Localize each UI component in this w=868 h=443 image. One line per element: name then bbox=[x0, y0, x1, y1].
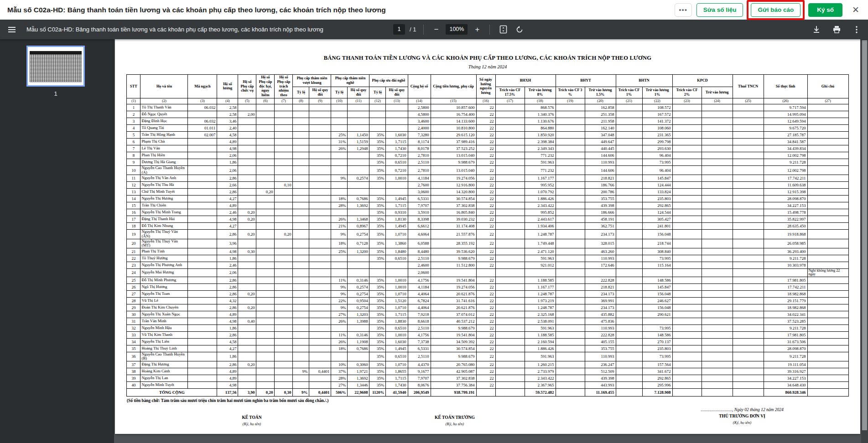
table-cell bbox=[702, 131, 733, 138]
table-cell: 292.865 bbox=[642, 375, 672, 382]
table-cell bbox=[672, 318, 702, 325]
kebab-menu-icon[interactable] bbox=[851, 24, 863, 36]
table-cell: 108.060 bbox=[642, 124, 672, 131]
table-cell: 1,0710 bbox=[386, 290, 408, 297]
col-number: (14) bbox=[408, 98, 431, 104]
table-cell: 35% bbox=[369, 375, 386, 382]
table-cell: Nguyễn Mai Hương bbox=[140, 268, 188, 277]
table-cell: 26% bbox=[331, 216, 348, 223]
table-cell bbox=[672, 182, 702, 189]
table-cell: 14.133.600 bbox=[431, 118, 476, 124]
page-thumbnail[interactable] bbox=[26, 46, 85, 87]
table-cell bbox=[556, 297, 585, 304]
table-cell: 35% bbox=[369, 338, 386, 345]
table-cell bbox=[616, 124, 642, 131]
menu-icon[interactable] bbox=[3, 20, 21, 39]
table-cell: 1.167.177 bbox=[525, 283, 556, 290]
table-cell: 222.828 bbox=[585, 331, 616, 338]
table-cell: 435.882 bbox=[585, 311, 616, 318]
zoom-in-icon[interactable]: + bbox=[472, 25, 482, 34]
table-cell bbox=[275, 118, 293, 124]
table-cell: 12.002.798 bbox=[764, 165, 807, 175]
more-options-button[interactable]: ••• bbox=[675, 3, 692, 17]
table-cell: 1,0010 bbox=[386, 277, 408, 283]
table-cell bbox=[807, 165, 848, 175]
table-cell: Chử Thị Minh Tuyết bbox=[140, 189, 188, 196]
pdf-doc-title: Mẫu số C02a-HD: Bảng thanh toán tiền lươ… bbox=[26, 26, 323, 33]
table-cell: 234.173 bbox=[585, 290, 616, 297]
fit-to-page-icon[interactable] bbox=[497, 24, 509, 36]
table-cell bbox=[188, 283, 217, 290]
table-cell bbox=[238, 331, 256, 338]
col-number: (13) bbox=[386, 98, 408, 104]
table-cell bbox=[238, 145, 256, 152]
table-cell: 2.398.384 bbox=[525, 138, 556, 145]
table-cell: 463.260 bbox=[585, 248, 616, 255]
table-cell: 34.439.834 bbox=[764, 145, 807, 152]
table-cell: 37% bbox=[331, 368, 348, 375]
table-cell bbox=[556, 223, 585, 230]
table-cell bbox=[188, 338, 217, 345]
table-cell: 18.982.868 bbox=[764, 290, 807, 297]
table-cell bbox=[807, 311, 848, 318]
table-cell: 475.836 bbox=[585, 318, 616, 325]
table-cell bbox=[495, 165, 525, 175]
rotate-icon[interactable] bbox=[514, 24, 525, 36]
table-cell: 4,98 bbox=[217, 318, 238, 325]
table-cell: 458.191 bbox=[585, 216, 616, 223]
table-cell bbox=[616, 230, 642, 239]
table-cell bbox=[807, 338, 848, 345]
table-cell: 1,86 bbox=[217, 352, 238, 361]
table-cell bbox=[616, 277, 642, 283]
table-cell bbox=[275, 268, 293, 277]
table-cell bbox=[495, 352, 525, 361]
table-cell: 18% bbox=[331, 196, 348, 202]
table-cell: 9.988.679 bbox=[431, 325, 476, 331]
table-cell bbox=[293, 196, 309, 202]
table-cell: 1.248.787 bbox=[525, 304, 556, 311]
table-cell bbox=[556, 175, 585, 182]
table-cell: 3,4600 bbox=[408, 118, 431, 124]
send-report-button[interactable]: Gửi báo cáo bbox=[751, 3, 800, 17]
table-row: 20Nguyễn Thị Thuý Vân (MT)3,9618%0,71283… bbox=[127, 239, 848, 248]
table-cell bbox=[672, 230, 702, 239]
table-cell: 96.404 bbox=[642, 165, 672, 175]
table-row: 37Đặng Thị Hương2,860,2010%0,306035%1,07… bbox=[127, 361, 848, 368]
vertical-scrollbar[interactable] bbox=[861, 39, 868, 443]
page-number-input[interactable]: 1 bbox=[393, 24, 405, 35]
table-cell bbox=[238, 255, 256, 262]
table-cell bbox=[238, 131, 256, 138]
table-cell bbox=[733, 262, 764, 268]
table-cell: 17.981.805 bbox=[764, 331, 807, 338]
table-cell: 218.744 bbox=[642, 239, 672, 248]
table-cell: 35% bbox=[369, 209, 386, 216]
table-cell: 96.404 bbox=[642, 152, 672, 159]
table-row: 31Trần Văn Minh4,980,4026%1,398835%1,883… bbox=[127, 318, 848, 325]
digital-sign-button[interactable]: Ký số bbox=[808, 3, 842, 17]
table-cell bbox=[293, 361, 309, 368]
table-row: 14Nguyễn Thị Hương4,2718%0,768635%1,4945… bbox=[127, 196, 848, 202]
table-cell bbox=[293, 268, 309, 277]
table-cell: 6,5331 bbox=[408, 196, 431, 202]
scrollbar-thumb[interactable] bbox=[862, 40, 867, 430]
table-cell: 35% bbox=[369, 230, 386, 239]
table-cell bbox=[702, 248, 733, 255]
table-cell bbox=[256, 216, 275, 223]
col-header-ty-le: Tỷ lệ bbox=[369, 87, 386, 98]
table-cell bbox=[348, 159, 369, 165]
table-cell bbox=[556, 209, 585, 216]
edit-data-button[interactable]: Sửa số liệu bbox=[696, 3, 743, 17]
table-cell: 35% bbox=[369, 165, 386, 175]
table-cell: 06.032 bbox=[188, 104, 217, 111]
table-cell: 8,0178 bbox=[408, 145, 431, 152]
table-cell bbox=[556, 248, 585, 255]
table-cell bbox=[293, 223, 309, 230]
close-icon[interactable]: ✕ bbox=[850, 4, 862, 16]
zoom-out-icon[interactable]: − bbox=[431, 25, 441, 34]
table-cell bbox=[807, 361, 848, 368]
print-icon[interactable] bbox=[831, 24, 842, 36]
table-cell: 01.011 bbox=[188, 124, 217, 131]
table-cell bbox=[733, 325, 764, 331]
table-cell bbox=[238, 202, 256, 209]
download-icon[interactable] bbox=[811, 24, 822, 36]
